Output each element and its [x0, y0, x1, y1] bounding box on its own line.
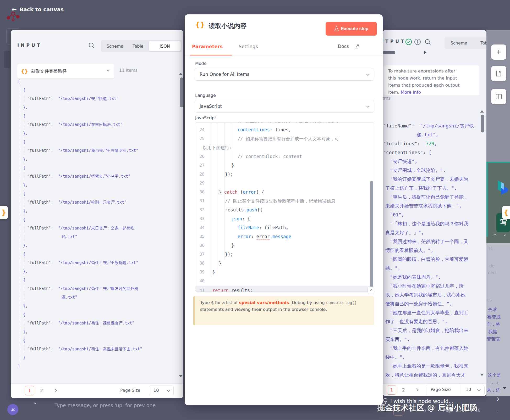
tab-json-active[interactable]: JSON [149, 41, 181, 51]
fragment: ⌃ [34, 401, 36, 407]
json-line: { [23, 191, 25, 197]
add-node-button[interactable] [491, 44, 506, 60]
json-line: }, [23, 268, 28, 274]
page-size-group[interactable]: Page Size 10 [426, 385, 485, 395]
expand-arrow-icon[interactable] [424, 51, 426, 54]
code-line: }); [225, 251, 233, 257]
output-panel-title: OUTPUT [383, 39, 406, 44]
layout-button[interactable] [491, 89, 506, 104]
mode-select[interactable]: Run Once for All Items [195, 68, 374, 81]
output-panel: OUTPUT Schema Table To make sure express… [383, 30, 486, 396]
scroll-down-arrow[interactable] [179, 375, 183, 377]
canvas-teal-bar [486, 163, 488, 237]
info-icon[interactable] [414, 38, 421, 45]
search-icon[interactable] [425, 39, 431, 45]
next-page-icon[interactable] [54, 389, 57, 392]
json-line: "她是我的表妹周舟。", [390, 274, 441, 280]
docs-link[interactable]: Docs [338, 44, 349, 49]
ndv-output-stub: { [502, 206, 510, 219]
json-line: 以，她大学考到我的城市后，我心疼她 [385, 292, 465, 298]
json-line: "fullPath": "/tmp/sangshi/苟住！丧尸不敌锦鲤.txt" [27, 260, 138, 266]
output-scrollbar[interactable] [481, 115, 484, 132]
code-editor[interactable]: 23242526272829303132333435363738394041 /… [195, 122, 374, 292]
back-arrow-icon: ← [12, 6, 17, 13]
input-scrollbar[interactable] [180, 77, 183, 107]
json-line: { [23, 139, 25, 145]
braces-icon: {} [195, 21, 205, 29]
page-2-button[interactable]: 2 [402, 387, 405, 393]
code-line: json: { [231, 216, 250, 222]
output-pagination: 1 2 Page Size 10 [383, 383, 486, 396]
json-line: "fullPath": "/tmp/sangshi/捡到一只丧尸.txt" [27, 199, 127, 205]
scroll-up-arrow[interactable] [480, 110, 484, 113]
scroll-down-arrow[interactable] [480, 374, 484, 376]
scroll-up-arrow[interactable] [179, 73, 183, 75]
code-line: } [231, 242, 234, 249]
sticky-note-button[interactable] [491, 66, 506, 81]
canvas-teal-line [486, 162, 510, 163]
json-line: "圆圆的眼睛，白皙的脸，带着可爱娇 [390, 256, 468, 262]
fragment: ❯ [497, 396, 499, 401]
code-line: // 防止某个文件读取失败导致流程中断，记录错误信息 [225, 198, 336, 204]
code-line: } [231, 162, 234, 169]
page-size-select[interactable]: 10 [149, 385, 174, 396]
code-line: contentLines: lines, [238, 127, 291, 133]
code-line: } catch (error) { [219, 189, 264, 195]
tab-schema[interactable]: Schema [445, 37, 473, 49]
input-items-count: 11 items [119, 68, 138, 73]
code-line: } [212, 269, 215, 275]
page-size-value: 10 [153, 388, 159, 393]
output-items-count: 11 items [383, 96, 391, 101]
json-line: "fullPath": "/tmp/sangshi/捂紧丧尸小马甲.txt" [27, 173, 130, 179]
language-select[interactable]: JavaScript [195, 100, 374, 113]
output-json-viewer[interactable]: "fileName": "/tmp/sangshi/丧尸快递.txt","tot… [383, 122, 481, 383]
input-panel-title: INPUT [17, 43, 42, 48]
code-line: }); [225, 171, 233, 177]
ghost-avatar: uc [7, 404, 18, 415]
tab-parameters[interactable]: Parameters [192, 44, 223, 49]
tab-table[interactable]: Table [475, 37, 486, 49]
json-line: "她在那里一直住到大学毕业，直到工 [390, 309, 468, 316]
json-line: 欢，特意让柜台帮我定的，直到今天才 [385, 372, 465, 378]
document-icon [495, 70, 502, 77]
page-1-button[interactable]: 1 [387, 385, 396, 395]
json-line: 鸡.txt" [62, 234, 77, 240]
json-line: }, [23, 303, 28, 309]
special-vars-link[interactable]: special vars/methods [239, 300, 289, 305]
json-line: 作了，也没有要走的意思。", [385, 318, 448, 325]
json-line: "她手上拿着的是一款限量包，我很喜 [390, 363, 468, 369]
external-link-icon [354, 44, 359, 49]
json-line: "fullPath": "/tmp/sangshi/在末日蜗居.txt" [27, 122, 123, 127]
mode-value: Run Once for All Items [200, 72, 249, 77]
json-line: { [23, 165, 25, 171]
output-hscrollbar[interactable] [383, 51, 395, 54]
tab-table[interactable]: Table [129, 40, 147, 52]
execute-step-label: Execute step [341, 26, 369, 31]
json-line: [ [18, 79, 20, 84]
page-2-button[interactable]: 2 [40, 388, 43, 393]
success-check-icon [405, 38, 412, 45]
back-to-canvas-button[interactable]: ← Back to canvas [12, 6, 64, 13]
code-line: fileName: filePath, [238, 225, 288, 231]
hint-accent-bar [193, 296, 195, 325]
tab-settings[interactable]: Settings [239, 44, 258, 49]
json-line: 真是太好了。」", [385, 229, 424, 236]
next-page-icon[interactable] [415, 388, 419, 391]
json-line: { [23, 251, 25, 257]
search-icon[interactable] [88, 42, 95, 49]
watermark: 掘金技术社区 @ 后端小肥肠 [377, 402, 503, 413]
more-info-link[interactable]: More info [401, 90, 421, 95]
json-line: "fullPath": "/tmp/sangshi/苟住！高温末世活下去.txt… [27, 346, 142, 352]
editor-scrollbar[interactable] [370, 181, 373, 289]
json-line: "fullPath": "/tmp/sangshi/我与丧尸王在黎明前.txt" [27, 148, 138, 153]
json-line: "fullPath": "/tmp/sangshi/丧尸快递.txt" [27, 96, 119, 102]
editor-resize-handle[interactable] [368, 287, 374, 293]
json-line: "fileName": "/tmp/sangshi/丧尸快 [383, 122, 474, 129]
execute-step-button[interactable]: Execute step [326, 22, 377, 36]
page-1-button[interactable]: 1 [25, 386, 34, 395]
json-line: "fullPath": "/tmp/sangshi/苟住！丧尸爆发时的世外桃 [27, 286, 138, 292]
input-json-viewer[interactable]: [{"fullPath": "/tmp/sangshi/丧尸快递.txt"},{… [11, 75, 180, 378]
code-line: // 如果你需要把所有行合并成一个大文本对象，可 [238, 136, 339, 142]
editor-hint-box: Type $ for a list of special vars/method… [193, 296, 374, 325]
tab-schema[interactable]: Schema [101, 40, 129, 52]
